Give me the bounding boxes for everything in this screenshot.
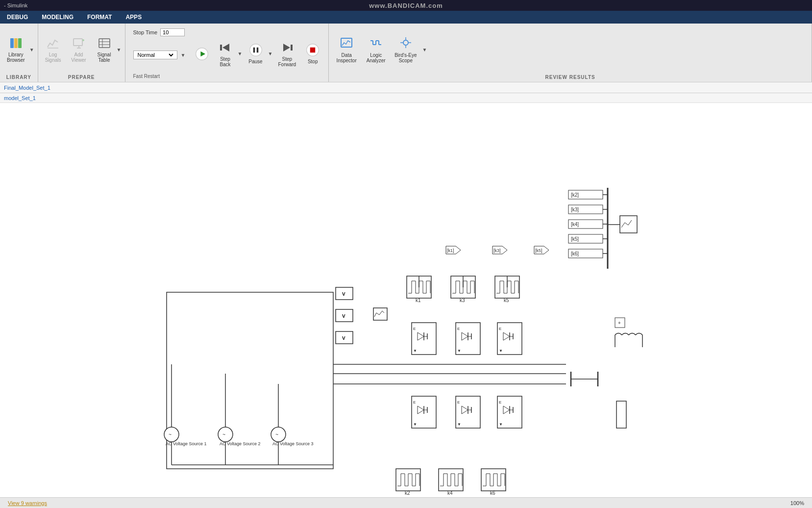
svg-text:E: E — [499, 327, 501, 331]
svg-rect-18 — [253, 48, 255, 53]
svg-text:~: ~ — [275, 432, 278, 437]
step-forward-icon — [280, 41, 294, 54]
svg-text:k1: k1 — [416, 298, 421, 303]
svg-text:E: E — [457, 327, 460, 331]
svg-marker-16 — [222, 44, 229, 51]
signal-table-arrow[interactable]: ▼ — [116, 32, 122, 67]
svg-text:▼: ▼ — [499, 422, 503, 427]
warnings-text[interactable]: View 9 warnings — [8, 500, 47, 506]
tab-label[interactable]: Final_Model_Set_1 — [4, 85, 50, 91]
svg-text:v: v — [342, 334, 345, 341]
library-section: LibraryBrowser ▼ LIBRARY — [0, 24, 38, 82]
step-back-area: StepBack ▼ — [214, 37, 243, 71]
title-bar: - Simulink www.BANDICAM.com — [0, 0, 812, 11]
menu-format[interactable]: FORMAT — [80, 11, 119, 24]
pause-arrow[interactable]: ▼ — [268, 37, 273, 71]
title-text: - Simulink — [4, 2, 27, 8]
svg-text:[k6]: [k6] — [571, 251, 579, 256]
svg-rect-20 — [291, 45, 293, 51]
svg-text:E: E — [457, 400, 460, 405]
svg-text:▼: ▼ — [413, 349, 417, 353]
prepare-section-label: PREPARE — [41, 74, 122, 80]
watermark: www.BANDICAM.com — [369, 2, 443, 9]
svg-text:+: + — [618, 320, 621, 326]
library-dropdown-arrow[interactable]: ▼ — [29, 32, 35, 67]
add-viewer-button[interactable]: AddViewer — [67, 32, 91, 67]
stop-time-label: Stop Time — [133, 29, 158, 35]
canvas-area[interactable]: [k2] [k3] [k4] [k5] [k6] [k — [0, 103, 812, 508]
svg-rect-2 — [18, 38, 22, 48]
svg-rect-4 — [74, 39, 82, 46]
pause-area: Pause ▼ — [244, 37, 273, 71]
signal-table-button[interactable]: SignalTable — [93, 32, 116, 67]
model-path: model_Set_1 — [0, 93, 812, 103]
svg-text:~: ~ — [222, 432, 225, 437]
toolbar: LibraryBrowser ▼ LIBRARY LogSignals — [0, 24, 812, 82]
logic-analyzer-button[interactable]: LogicAnalyzer — [362, 32, 390, 67]
svg-point-32 — [403, 40, 408, 45]
svg-text:▼: ▼ — [413, 422, 417, 427]
svg-text:[k3]: [k3] — [571, 207, 579, 212]
step-back-button[interactable]: StepBack — [214, 37, 237, 71]
library-browser-button[interactable]: LibraryBrowser — [3, 32, 29, 67]
step-back-arrow[interactable]: ▼ — [237, 37, 243, 71]
pause-button[interactable]: Pause — [244, 37, 268, 71]
status-bar: View 9 warnings 100% — [0, 497, 812, 508]
birds-eye-button[interactable]: Bird's-EyeScope — [392, 32, 419, 67]
menu-apps[interactable]: APPS — [119, 11, 148, 24]
svg-text:v: v — [342, 290, 345, 297]
data-inspector-button[interactable]: DataInspector — [333, 32, 360, 67]
logic-analyzer-label: LogicAnalyzer — [367, 52, 386, 63]
step-back-icon — [219, 41, 232, 54]
breadcrumb-bar: Final_Model_Set_1 — [0, 82, 812, 93]
birds-eye-label: Bird's-EyeScope — [394, 52, 417, 63]
svg-text:E: E — [413, 327, 416, 331]
svg-point-103 — [218, 427, 233, 442]
simulate-section: Stop Time Normal Accelerator Rapid Accel… — [125, 24, 329, 82]
svg-rect-1 — [14, 38, 18, 48]
stop-time-input[interactable] — [160, 28, 185, 36]
add-viewer-label: AddViewer — [71, 52, 86, 63]
svg-rect-23 — [310, 48, 316, 53]
model-path-rest: odel_Set_1 — [8, 95, 36, 101]
normal-arrow[interactable]: ▼ — [180, 38, 186, 72]
svg-text:▼: ▼ — [457, 422, 461, 427]
log-signals-icon — [46, 36, 60, 50]
svg-text:[k3]: [k3] — [493, 248, 501, 253]
simulation-mode-dropdown[interactable]: Normal Accelerator Rapid Accelerator — [133, 51, 177, 59]
svg-text:[k2]: [k2] — [571, 192, 579, 198]
svg-rect-9 — [99, 39, 110, 48]
stop-time-area: Stop Time Normal Accelerator Rapid Accel… — [129, 26, 190, 81]
menu-bar: DEBUG MODELING FORMAT APPS — [0, 11, 812, 24]
svg-text:k2: k2 — [405, 490, 410, 496]
simulation-mode-select[interactable]: Normal Accelerator Rapid Accelerator — [136, 51, 175, 58]
stop-label: Stop — [308, 59, 318, 64]
menu-modeling[interactable]: MODELING — [35, 11, 80, 24]
svg-marker-21 — [283, 44, 290, 51]
library-browser-label: LibraryBrowser — [7, 52, 25, 63]
fast-restart-label: Fast Restart — [133, 74, 160, 79]
run-button[interactable] — [191, 37, 213, 71]
step-forward-button[interactable]: StepForward — [274, 37, 300, 71]
svg-text:~: ~ — [169, 432, 172, 437]
svg-rect-0 — [10, 38, 14, 48]
logic-analyzer-icon — [369, 36, 383, 51]
review-dropdown-arrow[interactable]: ▼ — [421, 32, 427, 67]
svg-text:[k4]: [k4] — [571, 222, 579, 227]
svg-text:k4: k4 — [447, 490, 453, 496]
signal-table-label: SignalTable — [98, 52, 111, 63]
svg-text:▼: ▼ — [457, 349, 461, 353]
svg-text:[k5]: [k5] — [571, 236, 579, 242]
svg-rect-37 — [0, 107, 812, 504]
svg-text:[k5]: [k5] — [535, 248, 542, 253]
menu-debug[interactable]: DEBUG — [0, 11, 35, 24]
log-signals-button[interactable]: LogSignals — [41, 32, 65, 67]
signal-table-icon — [98, 36, 111, 50]
zoom-level: 100% — [790, 500, 804, 506]
library-icon — [9, 36, 23, 50]
svg-text:E: E — [413, 400, 416, 405]
svg-text:k5: k5 — [504, 298, 509, 303]
birds-eye-icon — [399, 36, 413, 51]
stop-button[interactable]: Stop — [301, 37, 324, 71]
library-section-label: LIBRARY — [3, 74, 35, 80]
